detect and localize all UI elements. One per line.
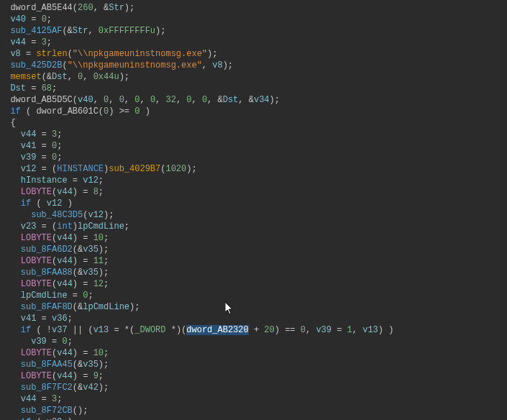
- num: 260: [78, 3, 93, 13]
- var-v44[interactable]: v44: [57, 187, 73, 197]
- call-sub_4029B7[interactable]: sub_4029B7: [109, 164, 160, 174]
- var-Dst[interactable]: Dst: [52, 72, 68, 82]
- call-sub_8FAF8D[interactable]: sub_8FAF8D: [21, 302, 73, 312]
- call-sub_8F7FC2[interactable]: sub_8F7FC2: [21, 383, 73, 393]
- call-strlen[interactable]: strlen: [36, 49, 67, 59]
- type-int: int: [57, 222, 73, 232]
- var-lpCmdLine[interactable]: lpCmdLine: [21, 291, 68, 301]
- var-v40[interactable]: v40: [78, 95, 93, 105]
- var-v35[interactable]: v35: [83, 268, 99, 278]
- macro-LOBYTE[interactable]: LOBYTE: [21, 256, 52, 266]
- var-v40[interactable]: v40: [10, 14, 26, 24]
- sym-dword-AB601C[interactable]: dword_AB601C: [36, 106, 98, 117]
- num: 12: [93, 279, 104, 289]
- num: 0: [42, 14, 47, 24]
- var-v44[interactable]: v44: [57, 371, 73, 381]
- num: 11: [93, 256, 104, 266]
- call-sub_8FAA45[interactable]: sub_8FAA45: [21, 360, 73, 370]
- var-v8[interactable]: v8: [212, 60, 222, 70]
- var-v12[interactable]: v12: [21, 164, 37, 174]
- call-sub_425D2B[interactable]: sub_425D2B: [10, 60, 62, 70]
- kw-if: if: [21, 325, 31, 335]
- type-DWORD: _DWORD: [134, 325, 165, 335]
- var-v12[interactable]: v12: [47, 198, 63, 209]
- macro-LOBYTE[interactable]: LOBYTE: [21, 187, 52, 197]
- var-v44[interactable]: v44: [10, 37, 26, 47]
- num: 8: [93, 187, 99, 197]
- var-v35[interactable]: v35: [83, 245, 99, 255]
- sym-dword-AB2320[interactable]: dword_AB2320: [186, 325, 248, 335]
- var-v44[interactable]: v44: [57, 348, 73, 358]
- var-v41[interactable]: v41: [21, 314, 37, 324]
- var-v23[interactable]: v23: [21, 222, 37, 232]
- num: 0: [78, 72, 83, 82]
- kw-if: if: [21, 198, 31, 209]
- num: 0: [202, 95, 207, 105]
- var-Str[interactable]: Str: [109, 3, 124, 13]
- var-v39[interactable]: v39: [21, 152, 37, 163]
- var-v44[interactable]: v44: [21, 129, 37, 140]
- var-v12[interactable]: v12: [88, 210, 104, 220]
- type-HINSTANCE: HINSTANCE: [57, 164, 104, 174]
- num: 3: [52, 129, 57, 140]
- macro-LOBYTE[interactable]: LOBYTE: [21, 279, 52, 289]
- num: 0: [119, 95, 124, 105]
- num: 0: [104, 95, 109, 105]
- var-v44[interactable]: v44: [57, 256, 73, 266]
- var-v35[interactable]: v35: [83, 360, 99, 370]
- var-v13[interactable]: v13: [93, 325, 109, 335]
- num: 3: [42, 37, 47, 47]
- var-v39[interactable]: v39: [47, 417, 63, 420]
- var-hInstance[interactable]: hInstance: [21, 175, 68, 186]
- num: 0xFFFFFFFFu: [99, 26, 155, 36]
- call-sub_4125AF[interactable]: sub_4125AF: [10, 26, 62, 36]
- var-lpCmdLine[interactable]: lpCmdLine: [83, 302, 129, 312]
- num: 0: [52, 152, 57, 163]
- var-v12[interactable]: v12: [83, 175, 99, 186]
- var-v37[interactable]: v37: [52, 325, 68, 335]
- sym-dword-AB5D5C[interactable]: dword_AB5D5C: [10, 95, 72, 105]
- macro-LOBYTE[interactable]: LOBYTE: [21, 233, 52, 243]
- var-v44[interactable]: v44: [21, 394, 37, 404]
- var-v42[interactable]: v42: [83, 383, 99, 393]
- macro-LOBYTE[interactable]: LOBYTE: [21, 371, 52, 381]
- num: 0: [186, 95, 191, 105]
- num: 0: [104, 106, 109, 117]
- num: 10: [93, 233, 104, 243]
- decompiled-code[interactable]: dword_AB5E44(260, &Str); v40 = 0; sub_41…: [0, 0, 507, 420]
- num: 20: [264, 325, 274, 335]
- kw-if: if: [10, 106, 20, 117]
- var-v44[interactable]: v44: [57, 279, 73, 289]
- var-v34[interactable]: v34: [254, 95, 270, 105]
- macro-LOBYTE[interactable]: LOBYTE: [21, 348, 52, 358]
- var-Dst[interactable]: Dst: [223, 95, 239, 105]
- call-sub_8F72CB[interactable]: sub_8F72CB: [21, 406, 73, 416]
- var-v39[interactable]: v39: [31, 337, 47, 347]
- var-v39[interactable]: v39: [316, 325, 332, 335]
- string-literal: "\\npkgameuninstnomsg.exe": [68, 60, 202, 70]
- num: 9: [93, 371, 99, 381]
- var-v41[interactable]: v41: [21, 141, 37, 151]
- num: 0x44u: [93, 72, 119, 82]
- var-lpCmdLine[interactable]: lpCmdLine: [78, 222, 124, 232]
- num: 0: [150, 95, 155, 105]
- call-sub_8FA6D2[interactable]: sub_8FA6D2: [21, 245, 73, 255]
- var-Str[interactable]: Str: [73, 26, 88, 36]
- num: 3: [52, 394, 57, 404]
- sym-dword-AB5E44[interactable]: dword_AB5E44: [10, 3, 72, 13]
- var-v44[interactable]: v44: [57, 233, 73, 243]
- var-v8[interactable]: v8: [10, 49, 20, 59]
- var-v36[interactable]: v36: [52, 314, 68, 324]
- num: 0: [134, 106, 140, 117]
- num: 68: [42, 83, 52, 93]
- var-v13[interactable]: v13: [362, 325, 378, 335]
- call-sub_8FAA88[interactable]: sub_8FAA88: [21, 268, 73, 278]
- string-literal: "\\npkgameuninstnomsg.exe": [73, 49, 207, 59]
- num: 1: [347, 325, 352, 335]
- var-Dst[interactable]: Dst: [10, 83, 26, 93]
- num: 10: [93, 348, 104, 358]
- call-sub_48C3D5[interactable]: sub_48C3D5: [31, 210, 83, 220]
- num: 32: [165, 95, 175, 105]
- call-memset[interactable]: memset: [10, 72, 41, 82]
- num: 0: [134, 95, 140, 105]
